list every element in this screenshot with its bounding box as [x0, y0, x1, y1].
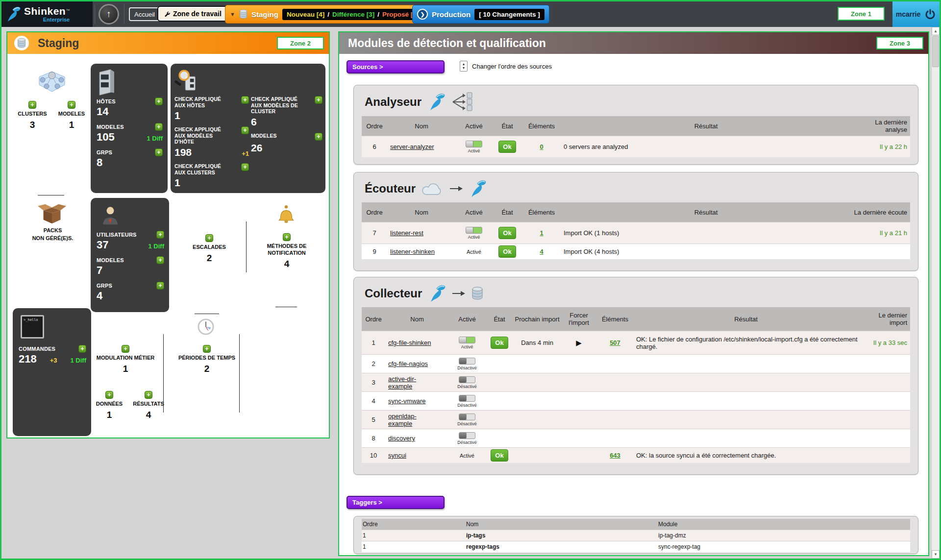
sort-order-icon[interactable]: ▲▼ — [460, 61, 468, 72]
added-badge: +1 — [242, 150, 249, 157]
add-host-group-button[interactable]: + — [155, 148, 163, 156]
hosts-block: HÔTES+ 14 MODELES+ 1051 Diff GRPS+ 8 — [91, 64, 168, 193]
add-business-modulation-button[interactable]: + — [122, 345, 129, 353]
table-row: 7 listener-rest Activé Ok 1 Import OK (1… — [362, 222, 910, 243]
business-modulation-value: 1 — [123, 364, 128, 374]
shinken-logo[interactable]: Shinken™ Enterprise — [1, 1, 93, 27]
go-production-icon[interactable]: ❯ — [417, 9, 428, 20]
wrench-icon — [164, 11, 170, 17]
clock-icon — [198, 318, 214, 335]
checks-block: CHECK APPLIQUÉ AUX HÔTES+ 1 CHECK APPLIQ… — [171, 64, 325, 193]
add-user-button[interactable]: + — [156, 231, 164, 239]
arrow-right-icon — [450, 186, 463, 192]
home-button[interactable]: Accueil — [129, 7, 160, 21]
source-link[interactable]: cfg-file-shinken — [388, 339, 431, 346]
taggers-table: Ordre Nom Module 1 ip-tags ip-tag-dmz 1 … — [362, 519, 910, 552]
force-import-play-icon[interactable]: ▶ — [576, 339, 582, 347]
source-link[interactable]: listener-rest — [390, 229, 423, 237]
source-link[interactable]: server-analyzer — [390, 143, 434, 150]
result-text: Import OK (1 hosts) — [561, 222, 851, 243]
inactive-toggle[interactable] — [459, 358, 475, 365]
cluster-models-value: 1 — [69, 120, 74, 130]
scroll-top-button[interactable]: ↑ — [99, 4, 119, 24]
add-cluster-model-button[interactable]: + — [68, 101, 75, 109]
elements-link[interactable]: 1 — [540, 229, 543, 237]
elements-link[interactable]: 0 — [540, 143, 543, 150]
add-check-clusters-button[interactable]: + — [241, 163, 249, 171]
elements-link[interactable]: 4 — [540, 248, 543, 255]
zone3-badge: Zone 3 — [876, 37, 923, 49]
active-toggle[interactable] — [466, 141, 482, 147]
add-command-button[interactable]: + — [78, 345, 86, 353]
bell-icon — [278, 205, 295, 223]
add-host-button[interactable]: + — [155, 97, 163, 105]
divider — [38, 195, 64, 195]
table-row: 8 discovery Désactivé — [362, 429, 910, 447]
add-check-model-button[interactable]: + — [315, 133, 322, 141]
sources-button[interactable]: Sources > — [347, 60, 445, 73]
source-link[interactable]: openldap-example — [388, 413, 437, 427]
source-link[interactable]: discovery — [388, 435, 415, 442]
source-link[interactable]: syncui — [388, 452, 406, 459]
elements-link[interactable]: 643 — [610, 452, 620, 459]
packs-stat[interactable]: PACKS NON GÉRÉ(E)S. — [25, 227, 81, 242]
source-link[interactable]: listener-shinken — [390, 248, 435, 255]
staging-panel-header: Staging Zone 2 — [7, 32, 329, 54]
add-user-group-button[interactable]: + — [156, 282, 164, 290]
staging-changes-box[interactable]: Nouveau [4] / Différence [3] / Proposé [… — [282, 9, 423, 20]
add-data-button[interactable]: + — [105, 391, 113, 399]
add-check-cluster-models-button[interactable]: + — [315, 96, 322, 104]
inactive-toggle[interactable] — [459, 432, 475, 439]
active-toggle[interactable] — [466, 227, 482, 234]
elements-link[interactable]: 507 — [610, 339, 620, 346]
add-result-button[interactable]: + — [145, 391, 152, 399]
source-link[interactable]: active-dir-example — [388, 375, 437, 390]
shinken-ninja-icon — [469, 179, 487, 198]
source-link[interactable]: sync-vmware — [388, 397, 426, 405]
scrollbar-thumb[interactable] — [932, 36, 939, 67]
power-icon[interactable] — [924, 8, 936, 20]
inactive-toggle[interactable] — [459, 414, 475, 420]
timeperiods-label: PÉRIODES DE TEMPS — [178, 355, 235, 362]
scrollbar-up-button[interactable]: ▲ — [932, 27, 940, 35]
source-link[interactable]: cfg-file-nagios — [388, 360, 428, 367]
zone1-badge: Zone 1 — [838, 7, 885, 21]
taggers-button[interactable]: Taggers > — [347, 496, 445, 509]
chevron-down-icon[interactable]: ▼ — [230, 11, 235, 17]
commands-row: COMMANDES+ 218+31 Diff — [19, 344, 86, 365]
ecouteur-table-header: Ordre Nom Activé État Éléments Résultat … — [362, 202, 910, 222]
diff-badge: 1 Diff — [70, 357, 86, 364]
timeperiods-stat: + PÉRIODES DE TEMPS 2 — [175, 345, 239, 374]
add-user-model-button[interactable]: + — [156, 256, 164, 264]
workzone-button[interactable]: Zone de travail — [157, 6, 228, 22]
add-notification-method-button[interactable]: + — [283, 233, 291, 241]
add-cluster-button[interactable]: + — [28, 101, 36, 109]
active-toggle[interactable] — [459, 337, 475, 343]
page-scrollbar[interactable]: ▲ ▼ — [931, 27, 940, 559]
inactive-toggle[interactable] — [459, 395, 475, 402]
tagger-name[interactable]: ip-tags — [465, 530, 657, 541]
up-arrow-icon: ↑ — [106, 9, 111, 20]
production-changes-box[interactable]: [ 10 Changements ] — [474, 9, 545, 20]
tagger-name[interactable]: regexp-tags — [465, 541, 657, 552]
taggers-table-header: Ordre Nom Module — [362, 519, 910, 530]
add-check-host-models-button[interactable]: + — [241, 126, 249, 134]
username: mcarrie — [896, 10, 921, 18]
add-check-hosts-button[interactable]: + — [241, 96, 249, 104]
user-menu[interactable]: mcarrie — [892, 1, 940, 27]
add-host-model-button[interactable]: + — [155, 123, 163, 131]
inactive-toggle[interactable] — [459, 376, 475, 383]
production-selector[interactable]: ❯ Production [ 10 Changements ] — [412, 5, 549, 24]
add-escalade-button[interactable]: + — [205, 234, 213, 242]
escalades-value: 2 — [207, 253, 212, 264]
staging-selector[interactable]: ▼ Staging Nouveau [4] / Différence [3] /… — [225, 5, 428, 24]
staging-new-count: Nouveau [4] — [287, 11, 324, 18]
brand-name: Shinken — [24, 5, 66, 17]
staging-panel-body: + CLUSTERS 3 + MODELES 1 HÔTES+ 14 MODEL… — [7, 54, 329, 438]
collecteur-card: Collecteur Ordre Nom Activé État Prochai… — [353, 277, 918, 475]
status-ok-badge: Ok — [498, 227, 516, 239]
add-timeperiod-button[interactable]: + — [203, 345, 211, 353]
scrollbar-down-button[interactable]: ▼ — [932, 550, 940, 559]
ecouteur-title: Écouteur — [365, 182, 416, 195]
reorder-sources-label: Changer l'ordre des sources — [472, 63, 552, 70]
